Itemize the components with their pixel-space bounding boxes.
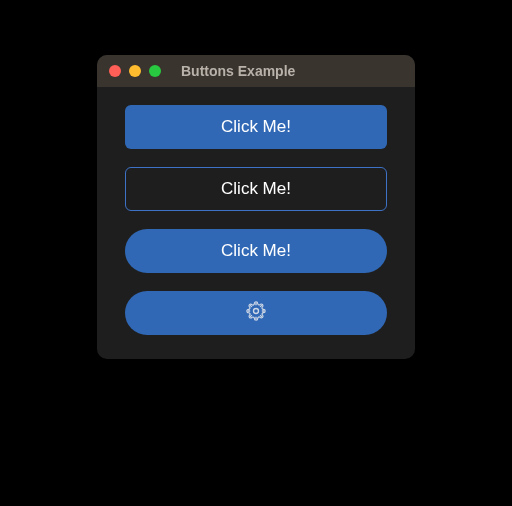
maximize-icon[interactable] <box>149 65 161 77</box>
flat-button-label: Click Me! <box>221 117 291 137</box>
content-area: Click Me! Click Me! Click Me! <box>97 87 415 359</box>
minimize-icon[interactable] <box>129 65 141 77</box>
svg-point-0 <box>254 308 259 313</box>
outlined-button-label: Click Me! <box>221 179 291 199</box>
app-window: Buttons Example Click Me! Click Me! Clic… <box>97 55 415 359</box>
outlined-button[interactable]: Click Me! <box>125 167 387 211</box>
gear-icon <box>246 301 266 326</box>
window-controls <box>109 65 161 77</box>
titlebar: Buttons Example <box>97 55 415 87</box>
flat-button[interactable]: Click Me! <box>125 105 387 149</box>
pill-button[interactable]: Click Me! <box>125 229 387 273</box>
icon-button[interactable] <box>125 291 387 335</box>
window-title: Buttons Example <box>181 63 295 79</box>
pill-button-label: Click Me! <box>221 241 291 261</box>
close-icon[interactable] <box>109 65 121 77</box>
